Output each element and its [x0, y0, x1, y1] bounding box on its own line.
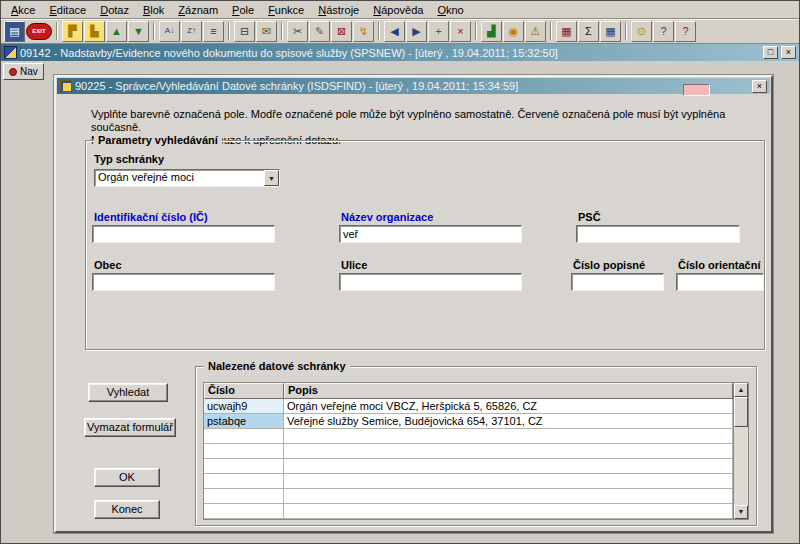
menu-item-3[interactable]: Dotaz: [93, 3, 136, 17]
cell-popis[interactable]: [284, 504, 733, 519]
table-row-5[interactable]: [204, 459, 733, 474]
menu-item-2[interactable]: Editace: [42, 3, 93, 17]
ok-button[interactable]: OK: [94, 468, 160, 487]
scroll-down-icon[interactable]: ▼: [734, 505, 748, 519]
menu-item-1[interactable]: Akce: [4, 3, 42, 17]
combo-typ-schranky[interactable]: Orgán veřejné moci ▼: [94, 169, 280, 187]
edit-icon[interactable]: ✎: [309, 21, 330, 42]
cut-icon[interactable]: ✂: [287, 21, 308, 42]
sort-desc-icon[interactable]: Z↑: [181, 21, 202, 42]
erase-icon[interactable]: ⊠: [331, 21, 352, 42]
menu-item-4[interactable]: Blok: [136, 3, 171, 17]
cell-cislo[interactable]: [204, 429, 284, 444]
input-psc[interactable]: [576, 225, 740, 243]
search-icon[interactable]: ◉: [503, 21, 524, 42]
toolbar: ▤EXIT▛▙▲▼A↓Z↑≡⊟✉✂✎⊠↯◀▶+×▟◉⚠▦Σ▦⊙??: [1, 19, 799, 44]
mail-icon[interactable]: ✉: [256, 21, 277, 42]
grid-icon[interactable]: ▦: [600, 21, 621, 42]
input-obec[interactable]: [92, 273, 275, 291]
menu-item-8[interactable]: Nástroje: [311, 3, 366, 17]
context-help-icon[interactable]: ?: [675, 21, 696, 42]
instructions-line1: Vyplňte barevně označená pole. Modře ozn…: [91, 108, 725, 133]
required-field-indicator[interactable]: [683, 84, 710, 96]
help-icon[interactable]: ?: [653, 21, 674, 42]
toolbar-separator: [378, 22, 380, 40]
cell-cislo[interactable]: pstabqe: [204, 414, 284, 429]
nav-button-label: Nav: [20, 66, 38, 77]
form-window-icon[interactable]: ▤: [4, 21, 25, 42]
menu-item-5[interactable]: Záznam: [171, 3, 225, 17]
cell-cislo[interactable]: ucwajh9: [204, 399, 284, 414]
table-row-3[interactable]: [204, 429, 733, 444]
table-row-2[interactable]: pstabqeVeřejné služby Semice, Budějovick…: [204, 414, 733, 429]
cell-popis[interactable]: Veřejné služby Semice, Budějovická 654, …: [284, 414, 733, 429]
cell-popis[interactable]: Orgán veřejné moci VBCZ, Heršpická 5, 65…: [284, 399, 733, 414]
results-table-header: Číslo Popis: [204, 383, 733, 399]
label-nazev: Název organizace: [341, 211, 433, 223]
vyhledat-button[interactable]: Vyhledat: [88, 383, 168, 402]
detach-icon[interactable]: ▼: [128, 21, 149, 42]
label-cislo-popisne: Číslo popisné: [573, 259, 645, 271]
input-cislo-orientacni[interactable]: [676, 273, 764, 291]
exit-button[interactable]: EXIT: [26, 23, 52, 40]
input-nazev[interactable]: [339, 225, 522, 243]
cell-popis[interactable]: [284, 474, 733, 489]
cell-cislo[interactable]: [204, 489, 284, 504]
chevron-down-icon[interactable]: ▼: [264, 170, 279, 186]
insert-record-icon[interactable]: +: [428, 21, 449, 42]
vymazat-formular-button[interactable]: Vymazat formulář: [84, 418, 176, 437]
table-row-6[interactable]: [204, 474, 733, 489]
chart-icon[interactable]: ▟: [481, 21, 502, 42]
cell-popis[interactable]: [284, 429, 733, 444]
close-window-button[interactable]: ×: [781, 46, 796, 59]
search-dialog: 90225 - Správce/Vyhledávání Datové schrá…: [54, 75, 773, 533]
calculator-icon[interactable]: ▦: [556, 21, 577, 42]
cell-cislo[interactable]: [204, 474, 284, 489]
table-row-1[interactable]: ucwajh9Orgán veřejné moci VBCZ, Heršpick…: [204, 399, 733, 414]
toolbar-separator: [625, 22, 627, 40]
dialog-close-button[interactable]: ×: [752, 80, 767, 93]
sum-icon[interactable]: Σ: [578, 21, 599, 42]
delete-record-icon[interactable]: ×: [450, 21, 471, 42]
input-cislo-popisne[interactable]: [571, 273, 664, 291]
dialog-title: 90225 - Správce/Vyhledávání Datové schrá…: [75, 80, 749, 92]
cell-popis[interactable]: [284, 459, 733, 474]
prev-record-icon[interactable]: ◀: [384, 21, 405, 42]
column-header-cislo[interactable]: Číslo: [204, 383, 284, 399]
results-table: Číslo Popis ucwajh9Orgán veřejné moci VB…: [203, 382, 749, 520]
restore-window-button[interactable]: □: [763, 46, 778, 59]
cell-cislo[interactable]: [204, 444, 284, 459]
input-ulice[interactable]: [339, 273, 522, 291]
input-ic[interactable]: [92, 225, 275, 243]
scrollbar-thumb[interactable]: [734, 397, 748, 427]
menu-item-9[interactable]: Nápověda: [366, 3, 430, 17]
results-scrollbar[interactable]: ▲ ▼: [733, 383, 748, 519]
save-folder-icon[interactable]: ▙: [84, 21, 105, 42]
menu-item-6[interactable]: Pole: [225, 3, 261, 17]
scroll-up-icon[interactable]: ▲: [734, 383, 748, 397]
alert-icon[interactable]: ⚠: [525, 21, 546, 42]
table-row-4[interactable]: [204, 444, 733, 459]
cell-popis[interactable]: [284, 489, 733, 504]
list-values-icon[interactable]: ≡: [203, 21, 224, 42]
cell-cislo[interactable]: [204, 459, 284, 474]
column-header-popis[interactable]: Popis: [284, 383, 733, 399]
cell-cislo[interactable]: [204, 504, 284, 519]
cell-popis[interactable]: [284, 444, 733, 459]
table-row-8[interactable]: [204, 504, 733, 519]
main-window-title: 09142 - Nadstavby/Evidence nového dokume…: [20, 47, 760, 59]
key-icon[interactable]: ⊙: [631, 21, 652, 42]
table-row-7[interactable]: [204, 489, 733, 504]
label-psc: PSČ: [578, 211, 601, 223]
next-record-icon[interactable]: ▶: [406, 21, 427, 42]
menu-item-7[interactable]: Funkce: [261, 3, 311, 17]
label-ic: Identifikační číslo (IČ): [94, 211, 208, 223]
open-folder-icon[interactable]: ▛: [62, 21, 83, 42]
menu-item-10[interactable]: Okno: [430, 3, 470, 17]
run-icon[interactable]: ↯: [353, 21, 374, 42]
attach-icon[interactable]: ▲: [106, 21, 127, 42]
konec-button[interactable]: Konec: [94, 500, 160, 519]
print-icon[interactable]: ⊟: [234, 21, 255, 42]
nav-button[interactable]: Nav: [3, 63, 44, 80]
sort-asc-icon[interactable]: A↓: [159, 21, 180, 42]
